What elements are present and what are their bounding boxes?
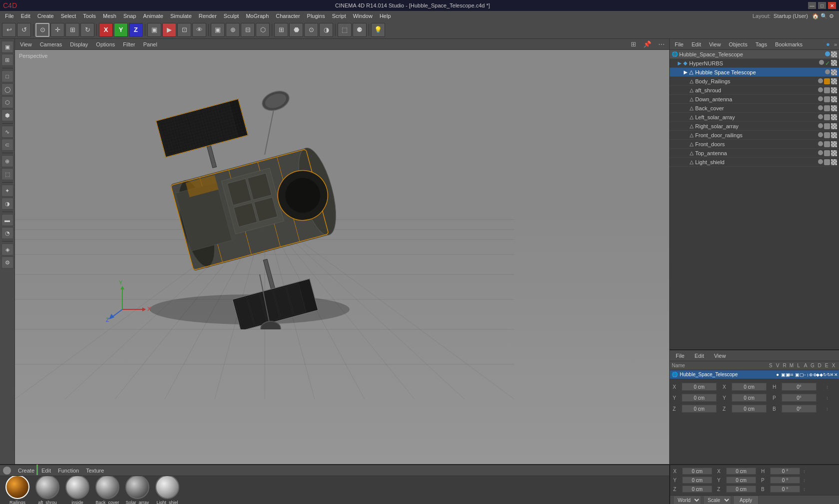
rp-tab-tags[interactable]: Tags	[753, 41, 770, 47]
light-btn[interactable]: 💡	[371, 23, 385, 37]
cylinder-tool[interactable]: ⬡	[1, 96, 13, 108]
vt-filter[interactable]: Filter	[121, 41, 137, 47]
light-tool[interactable]: ✦	[1, 185, 13, 197]
vt-maximize[interactable]: ⊞	[631, 40, 636, 48]
minimize-button[interactable]: —	[808, 2, 816, 9]
camera-create[interactable]: ◑	[1, 198, 13, 210]
snap-tool[interactable]: ⊞	[274, 23, 288, 37]
bc-pos-x[interactable]	[682, 468, 712, 475]
mat-function[interactable]: Function	[56, 468, 81, 474]
bc-pos-y[interactable]	[682, 477, 712, 484]
deformer-tool[interactable]: ⬚	[1, 168, 13, 180]
live-select-tool[interactable]: ⊙	[35, 23, 49, 37]
menu-script[interactable]: Script	[329, 12, 349, 19]
pos-x-input[interactable]	[682, 383, 717, 391]
pos-y-input[interactable]	[682, 394, 717, 402]
bc-rot-p[interactable]	[770, 477, 800, 484]
bottom-apply-button[interactable]: Apply	[733, 496, 759, 504]
rp-tab-view[interactable]: View	[706, 41, 724, 47]
model-tool[interactable]: ▣	[1, 41, 13, 53]
menu-animate[interactable]: Animate	[140, 12, 166, 19]
vt-pin[interactable]: 📌	[643, 40, 651, 48]
menu-sculpt[interactable]: Sculpt	[221, 12, 242, 19]
menu-window[interactable]: Window	[350, 12, 376, 19]
sphere-tool[interactable]: ◯	[1, 83, 13, 95]
vt-cameras[interactable]: Cameras	[38, 41, 64, 47]
tree-telescope-main[interactable]: ▶ △ Hubble Space Telescope	[670, 68, 839, 77]
tree-front-door-railings[interactable]: △ Front_door_railings	[670, 131, 839, 140]
tree-right-solar[interactable]: △ Right_solar_array	[670, 122, 839, 131]
vt-more[interactable]: ⋯	[658, 40, 665, 48]
shading-wire[interactable]: ⚈	[353, 23, 367, 37]
nurbs-tool[interactable]: ⊂	[1, 139, 13, 151]
snap-options[interactable]: ⬣	[289, 23, 303, 37]
points-mode[interactable]: ⊕	[226, 23, 240, 37]
object-mode[interactable]: ▣	[211, 23, 225, 37]
polygon-tool[interactable]: ⬢	[1, 109, 13, 121]
vt-options[interactable]: Options	[94, 41, 117, 47]
scale-tool[interactable]: ⊞	[65, 23, 79, 37]
mat-back-cover[interactable]: Back_cover	[94, 476, 121, 504]
floor-tool[interactable]: ▬	[1, 214, 13, 226]
rp-tab-file[interactable]: File	[672, 41, 687, 47]
rp-collapse-btn[interactable]: »	[834, 41, 837, 47]
tree-back-cover[interactable]: △ Back_cover	[670, 104, 839, 113]
mat-edit[interactable]: Edit	[39, 468, 53, 474]
bc-rot-h[interactable]	[770, 468, 800, 475]
rot-p-input[interactable]	[782, 394, 817, 402]
menu-simulate[interactable]: Simulate	[167, 12, 195, 19]
polygons-mode[interactable]: ⬡	[256, 23, 270, 37]
menu-mograph[interactable]: MoGraph	[243, 12, 272, 19]
rpb-tab-file[interactable]: File	[673, 353, 688, 359]
z-axis-btn[interactable]: Z	[129, 23, 143, 37]
menu-create[interactable]: Create	[34, 12, 57, 19]
tree-root-hubble[interactable]: 🌐 Hubble_Space_Telescope	[670, 50, 839, 59]
rpb-tab-edit[interactable]: Edit	[692, 353, 707, 359]
ipr-render[interactable]: 👁	[192, 23, 206, 37]
bottom-scale-select[interactable]: Scale	[703, 496, 731, 504]
viewport-3d[interactable]: X Y Z Perspective	[15, 50, 669, 464]
y-axis-btn[interactable]: Y	[114, 23, 128, 37]
x-axis-btn[interactable]: X	[99, 23, 113, 37]
maximize-button[interactable]: □	[818, 2, 826, 9]
menu-snap[interactable]: Snap	[120, 12, 139, 19]
rotate-tool[interactable]: ↻	[80, 23, 94, 37]
config-tool[interactable]: ⚙	[1, 256, 13, 268]
mat-light-shield[interactable]: Light_shiel	[154, 476, 181, 504]
rot-b-input[interactable]	[782, 405, 817, 413]
mat-texture[interactable]: Texture	[84, 468, 106, 474]
rp-tab-edit[interactable]: Edit	[689, 41, 704, 47]
tree-down-antenna[interactable]: △ Down_antenna	[670, 95, 839, 104]
rot-h-input[interactable]	[782, 383, 817, 391]
bc-size-z[interactable]	[726, 486, 756, 493]
render-view[interactable]: ▶	[162, 23, 176, 37]
menu-render[interactable]: Render	[196, 12, 220, 19]
bc-size-x[interactable]	[726, 468, 756, 475]
attr-selected-row[interactable]: 🌐 Hubble_Space_Telescope ● ▣▣ ≡≡ ▣▢ ↔↕ ⊕…	[670, 370, 839, 379]
vt-display[interactable]: Display	[68, 41, 90, 47]
menu-help[interactable]: Help	[377, 12, 394, 19]
size-z-input[interactable]	[732, 405, 767, 413]
rp-tab-bookmarks[interactable]: Bookmarks	[772, 41, 806, 47]
spline-tool[interactable]: ∿	[1, 126, 13, 138]
rp-tab-objects[interactable]: Objects	[726, 41, 750, 47]
bc-rot-b[interactable]	[770, 486, 800, 493]
undo-button[interactable]: ↩	[2, 23, 16, 37]
sky-tool[interactable]: ◔	[1, 227, 13, 239]
tree-body-railings[interactable]: △ Body_Railings	[670, 77, 839, 86]
close-button[interactable]: ✕	[828, 2, 836, 9]
tree-top-antenna[interactable]: △ Top_antenna	[670, 149, 839, 158]
cube-tool[interactable]: □	[1, 70, 13, 82]
mat-inside[interactable]: inside	[64, 476, 91, 504]
mat-aft-shroud[interactable]: aft_shrou	[34, 476, 61, 504]
bc-pos-z[interactable]	[682, 486, 712, 493]
tag-tool[interactable]: ◈	[1, 244, 13, 255]
shading-gouraud[interactable]: ⬚	[338, 23, 352, 37]
texture-tool[interactable]: ⊞	[1, 54, 13, 66]
mat-solar-array[interactable]: Solar_array	[124, 476, 151, 504]
viewport-solo[interactable]: ⊙	[304, 23, 318, 37]
menu-mesh[interactable]: Mesh	[100, 12, 119, 19]
tree-hypernurbs[interactable]: ▶ ◆ HyperNURBS ✓	[670, 59, 839, 68]
render-region[interactable]: ▣	[147, 23, 161, 37]
mat-railings[interactable]: Railings	[4, 476, 31, 504]
